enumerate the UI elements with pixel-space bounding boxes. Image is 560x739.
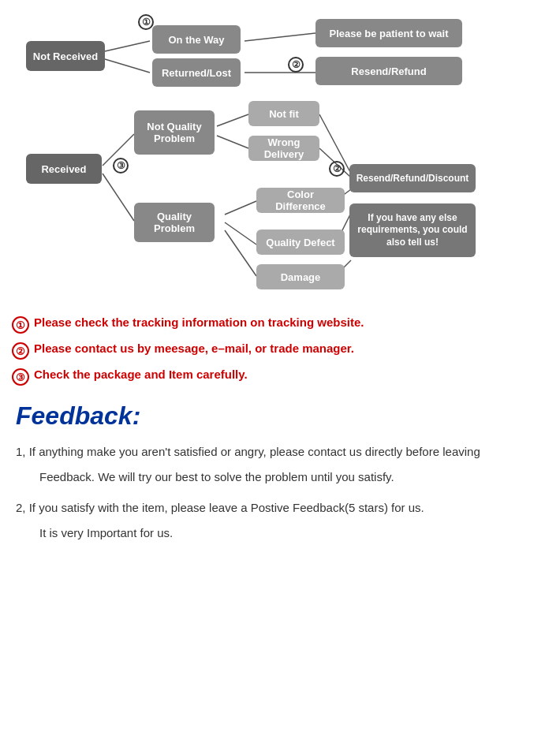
- svg-line-5: [103, 174, 134, 221]
- svg-line-0: [105, 41, 150, 51]
- box-damage: Damage: [256, 264, 345, 289]
- svg-line-11: [225, 222, 256, 244]
- instructions-section: ① Please check the tracking information …: [12, 315, 548, 386]
- flowchart-section: ① Not Received On the Way Returned/Lost …: [12, 8, 548, 308]
- box-returned-lost: Returned/Lost: [152, 58, 241, 87]
- circle-num-2-mid: ②: [329, 161, 345, 177]
- feedback-item-2-sub: It is very Important for us.: [16, 524, 544, 543]
- feedback-item-2-main: 2, If you satisfy with the item, please …: [16, 498, 544, 517]
- box-on-the-way: On the Way: [152, 25, 241, 54]
- instruction-1: ① Please check the tracking information …: [12, 315, 548, 334]
- instruction-num-3: ③: [12, 368, 29, 386]
- box-not-fit: Not fit: [248, 101, 319, 126]
- box-please-wait: Please be patient to wait: [315, 19, 462, 47]
- svg-line-7: [217, 136, 248, 148]
- instruction-2: ② Please contact us by meesage, e–mail, …: [12, 342, 548, 360]
- box-resend-refund-discount: Resend/Refund/Discount: [349, 164, 476, 192]
- feedback-section: Feedback: 1, If anything make you aren't…: [12, 401, 548, 543]
- feedback-item-1-sub: Feedback. We will try our best to solve …: [16, 468, 544, 487]
- box-wrong-delivery: Wrong Delivery: [248, 136, 319, 161]
- instruction-3: ③ Check the package and Item carefully.: [12, 368, 548, 386]
- svg-line-10: [225, 201, 256, 215]
- svg-line-1: [105, 59, 150, 73]
- feedback-title: Feedback:: [16, 401, 544, 431]
- box-received: Received: [26, 154, 102, 184]
- instruction-num-2: ②: [12, 342, 29, 360]
- circle-num-3: ③: [113, 158, 129, 174]
- instruction-num-1: ①: [12, 316, 29, 334]
- box-not-quality-problem: Not Quality Problem: [134, 110, 215, 155]
- svg-line-12: [225, 230, 256, 276]
- feedback-item-1-main: 1, If anything make you aren't satisfied…: [16, 442, 544, 461]
- box-not-received: Not Received: [26, 41, 105, 71]
- box-quality-problem: Quality Problem: [134, 203, 215, 242]
- circle-num-2-top: ②: [288, 57, 304, 73]
- box-resend-refund-top: Resend/Refund: [315, 57, 462, 85]
- circle-num-1: ①: [138, 14, 154, 30]
- svg-line-6: [217, 114, 248, 126]
- box-quality-defect: Quality Defect: [256, 230, 345, 255]
- svg-line-2: [245, 33, 315, 41]
- box-color-difference: Color Difference: [256, 188, 345, 213]
- box-extra-info: If you have any else requirements, you c…: [349, 203, 476, 257]
